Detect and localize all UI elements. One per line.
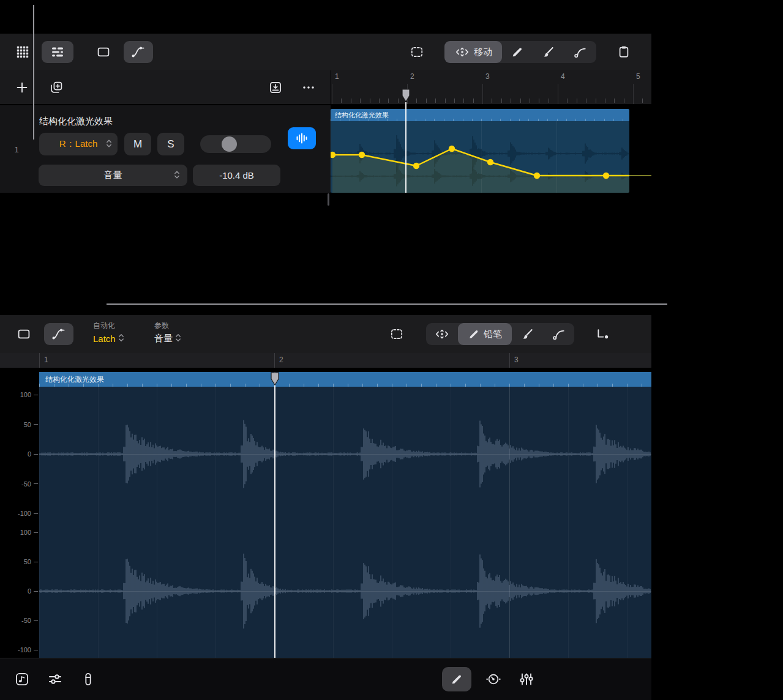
- ruler-tick: [426, 99, 427, 103]
- paste-button[interactable]: [610, 41, 638, 63]
- parameter-value-field[interactable]: -10.4 dB: [193, 165, 280, 186]
- parameter-field[interactable]: 参数 音量: [154, 321, 181, 344]
- dial-icon: [485, 671, 501, 687]
- curve-tool-button[interactable]: [564, 41, 596, 63]
- move-tool-button[interactable]: 移动: [444, 41, 502, 63]
- automation-point[interactable]: [487, 159, 493, 165]
- parameter-field-value: 音量: [154, 333, 173, 344]
- editor-move-tool-button[interactable]: [426, 323, 458, 345]
- more-options-button[interactable]: [296, 78, 321, 97]
- editor-ruler[interactable]: 123: [0, 353, 651, 368]
- editor-waveform-area[interactable]: [39, 387, 651, 658]
- automation-point[interactable]: [603, 173, 609, 179]
- automation-point[interactable]: [449, 146, 455, 152]
- ruler-tick: [642, 99, 643, 103]
- ruler-tick: [473, 99, 474, 103]
- track-import-button[interactable]: [263, 78, 288, 97]
- editor-region-frame-button[interactable]: [11, 323, 37, 345]
- ruler-tick: [398, 99, 399, 103]
- editor-playhead-line: [274, 372, 275, 658]
- automation-mode-button[interactable]: R：Latch: [39, 133, 118, 155]
- editor-marquee-tool-button[interactable]: [383, 323, 410, 345]
- fader-icon: [80, 671, 96, 687]
- chevron-up-down-icon: [106, 138, 112, 150]
- draw-mode-button[interactable]: [442, 667, 471, 691]
- ruler-label: 2: [410, 72, 414, 81]
- marquee-tool-button[interactable]: [403, 41, 431, 63]
- step-input-button[interactable]: [589, 323, 616, 345]
- brush-icon: [521, 327, 534, 341]
- scale-label: 100: [20, 527, 38, 537]
- track-number: 1: [0, 145, 33, 154]
- ruler-tick: [567, 99, 568, 103]
- controls-icon: [47, 671, 63, 687]
- scale-label: 100: [20, 390, 38, 400]
- pencil-tool-button[interactable]: [502, 41, 533, 63]
- scale-label: -100: [18, 645, 38, 655]
- mixer-button[interactable]: [514, 668, 539, 690]
- ruler-tick: [501, 99, 502, 103]
- slider-knob[interactable]: [222, 136, 237, 152]
- playhead-line: [405, 102, 406, 193]
- ruler-tick: [596, 99, 596, 103]
- brush-tool-button[interactable]: [533, 41, 564, 63]
- editor-region-bar[interactable]: 结构化化激光效果: [39, 372, 651, 387]
- ruler-bar-line: [39, 353, 40, 368]
- automation-point[interactable]: [534, 173, 540, 179]
- pencil-icon: [511, 45, 524, 59]
- playhead-marker[interactable]: [402, 89, 410, 103]
- controls-button[interactable]: [43, 667, 67, 691]
- curve-tool-icon: [552, 327, 566, 341]
- ruler-tick: [379, 99, 380, 103]
- parameter-select-button[interactable]: 音量: [39, 165, 187, 186]
- automation-line-continuation: [629, 175, 651, 176]
- ruler-bar-line: [509, 353, 510, 368]
- fader-button[interactable]: [76, 667, 100, 691]
- scroll-indicator[interactable]: [328, 193, 329, 206]
- automation-view-button[interactable]: [124, 41, 153, 63]
- bar-gridline: [509, 387, 510, 658]
- ruler-bar-line: [332, 84, 332, 104]
- chevron-up-down-icon: [175, 333, 181, 344]
- ruler-label: 3: [514, 356, 519, 364]
- track-slider[interactable]: [200, 135, 271, 153]
- editor-playhead-marker[interactable]: [271, 372, 279, 386]
- top-ruler[interactable]: 12345: [331, 70, 651, 104]
- editor-automation-view-button[interactable]: [44, 323, 73, 345]
- automation-point[interactable]: [359, 152, 365, 158]
- add-track-button[interactable]: [10, 76, 34, 99]
- ruler-tick: [577, 99, 577, 103]
- automation-point[interactable]: [413, 163, 419, 169]
- view-grid-button[interactable]: [10, 41, 36, 63]
- track-import-icon: [268, 80, 283, 95]
- region-frame-button[interactable]: [89, 41, 118, 63]
- mute-button[interactable]: M: [124, 133, 151, 155]
- callout-line-horizontal: [107, 303, 667, 305]
- automation-mode-value: Latch: [93, 333, 116, 344]
- move-icon: [434, 327, 450, 341]
- new-track-button[interactable]: [44, 78, 69, 97]
- mixer-icon: [519, 671, 534, 687]
- ruler-bar-line: [274, 353, 275, 368]
- ruler-tick: [530, 99, 530, 103]
- screenshot: 移动 12345: [0, 0, 783, 700]
- region-body[interactable]: [331, 121, 629, 193]
- editor-pencil-tool-button[interactable]: 铅笔: [458, 323, 512, 345]
- track-name: 结构化化激光效果: [39, 116, 113, 127]
- view-grid-icon: [15, 45, 30, 59]
- editor-brush-tool-button[interactable]: [512, 323, 544, 345]
- audio-region[interactable]: 结构化化激光效果: [331, 109, 629, 193]
- editor-waveform: [39, 387, 651, 658]
- ruler-tick: [549, 99, 549, 103]
- automation-fill: [332, 149, 629, 193]
- region-frame-icon: [17, 327, 31, 341]
- editor-curve-tool-button[interactable]: [544, 323, 574, 345]
- tracks-view-button[interactable]: [42, 41, 73, 63]
- tracks-button[interactable]: [10, 667, 34, 691]
- solo-button[interactable]: S: [157, 133, 184, 155]
- region-frame-icon: [96, 45, 111, 59]
- waveform-display-button[interactable]: [288, 127, 316, 149]
- dial-button[interactable]: [481, 668, 506, 690]
- automation-mode-field[interactable]: 自动化 Latch: [93, 321, 124, 344]
- automation-overlay: [331, 121, 629, 193]
